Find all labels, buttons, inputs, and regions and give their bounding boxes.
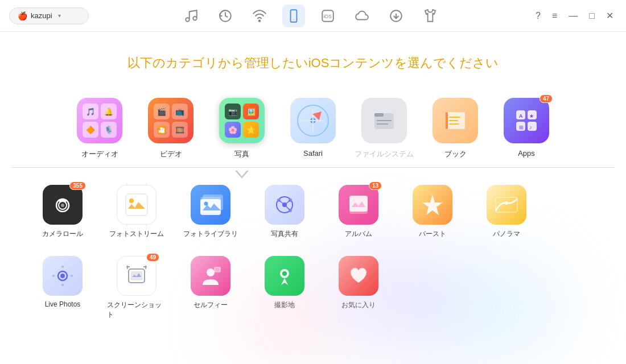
- svg-point-53: [52, 275, 55, 277]
- screenshot-icon: 49: [117, 256, 156, 296]
- sub-panorama[interactable]: パノラマ: [472, 179, 541, 245]
- nav-music[interactable]: [180, 5, 203, 27]
- svg-rect-2: [290, 10, 296, 22]
- main-content: 以下のカテゴリから管理したいiOSコンテンツを選んでください 🎵 🔔 🔶 🎙️ …: [0, 32, 626, 364]
- apps-label: Apps: [518, 149, 535, 158]
- location-label: 撮影地: [274, 300, 295, 310]
- svg-rect-27: [59, 199, 67, 202]
- svg-point-52: [61, 284, 64, 286]
- menu-button[interactable]: ≡: [549, 9, 561, 23]
- safari-label: Safari: [303, 149, 323, 158]
- svg-point-51: [61, 266, 64, 268]
- photo-icon-wrap: 📷 🖼️ 🌸 ⭐: [219, 98, 265, 143]
- svg-text:♪: ♪: [529, 125, 532, 130]
- camera-roll-label: カメラロール: [42, 229, 83, 239]
- close-button[interactable]: ✕: [603, 8, 617, 23]
- category-safari[interactable]: Safari: [278, 92, 349, 167]
- category-divider: [11, 167, 615, 168]
- books-label: ブック: [444, 149, 467, 159]
- page-title: 以下のカテゴリから管理したいiOSコンテンツを選んでください: [127, 55, 499, 72]
- location-icon: [265, 256, 304, 296]
- album-icon: 13: [339, 185, 378, 225]
- svg-rect-44: [349, 196, 368, 212]
- files-icon-wrap: [361, 98, 407, 143]
- burst-label: バースト: [419, 229, 446, 239]
- photo-label: 写真: [234, 149, 249, 159]
- svg-rect-15: [449, 120, 458, 121]
- category-books[interactable]: ブック: [420, 92, 491, 167]
- help-button[interactable]: ?: [532, 9, 544, 23]
- svg-point-34: [204, 202, 208, 206]
- nav-cloud[interactable]: [351, 5, 373, 27]
- svg-rect-11: [377, 123, 388, 125]
- files-label: ファイルシステム: [355, 149, 414, 159]
- svg-text:iOS: iOS: [323, 14, 332, 19]
- audio-icon-wrap: 🎵 🔔 🔶 🎙️: [77, 98, 122, 143]
- selfie-icon: [191, 256, 230, 296]
- sub-selfie[interactable]: セルフィー: [176, 250, 245, 325]
- svg-rect-33: [200, 199, 221, 215]
- nav-icons: iOS: [180, 5, 442, 27]
- chevron-down-icon: ▾: [58, 13, 61, 19]
- sub-camera-roll[interactable]: 355 カメラロール: [28, 179, 97, 245]
- screenshot-label: スクリーンショット: [107, 300, 166, 320]
- burst-icon: [413, 185, 452, 225]
- favorites-icon: [339, 256, 378, 296]
- sub-screenshot[interactable]: 49 スクリーンショット: [102, 250, 171, 325]
- photo-stream-icon: [117, 185, 156, 225]
- sub-live-photos[interactable]: Live Photos: [28, 250, 97, 325]
- minimize-button[interactable]: —: [565, 9, 581, 23]
- svg-text:A: A: [519, 113, 523, 119]
- device-name: kazupi: [31, 11, 52, 20]
- svg-line-41: [285, 200, 290, 205]
- selected-arrow: [235, 171, 249, 179]
- maximize-button[interactable]: □: [586, 9, 598, 23]
- sub-photo-library[interactable]: フォトライブラリ: [176, 179, 245, 245]
- device-selector[interactable]: 🍎 kazupi ▾: [9, 7, 89, 24]
- sub-album[interactable]: 13 アルバム: [324, 179, 393, 245]
- photo-library-label: フォトライブラリ: [183, 229, 238, 239]
- svg-marker-46: [422, 195, 443, 215]
- apple-icon: 🍎: [18, 11, 27, 20]
- titlebar: 🍎 kazupi ▾: [0, 0, 626, 32]
- album-badge: 13: [369, 181, 382, 190]
- category-photo[interactable]: 📷 🖼️ 🌸 ⭐ 写真: [207, 92, 278, 167]
- category-files[interactable]: ファイルシステム: [349, 92, 420, 167]
- live-photos-label: Live Photos: [45, 300, 81, 308]
- svg-point-54: [71, 275, 73, 277]
- nav-phone[interactable]: [282, 5, 305, 27]
- photo-library-icon: [191, 185, 230, 225]
- sub-burst[interactable]: バースト: [398, 179, 467, 245]
- live-photos-icon: [43, 256, 83, 296]
- panorama-icon: [487, 185, 526, 225]
- apps-icon-wrap: A ★ ⊞ ♪ 47: [504, 98, 549, 143]
- svg-point-61: [207, 268, 215, 276]
- svg-rect-13: [446, 112, 448, 129]
- album-label: アルバム: [345, 229, 372, 239]
- sub-items-grid: 355 カメラロール フォトストリーム: [28, 168, 598, 331]
- camera-roll-icon: 355: [43, 185, 83, 225]
- nav-wifi[interactable]: [248, 5, 271, 27]
- photo-sharing-label: 写真共有: [271, 229, 298, 239]
- video-icon-wrap: 🎬 📺 🎦 🎞️: [148, 98, 193, 143]
- books-icon-wrap: [433, 98, 478, 143]
- nav-ringtone[interactable]: [419, 5, 442, 27]
- sub-location[interactable]: 撮影地: [250, 250, 319, 325]
- photo-sharing-icon: [265, 185, 304, 225]
- svg-rect-14: [449, 117, 460, 118]
- sub-favorites[interactable]: お気に入り: [324, 250, 393, 325]
- svg-point-1: [258, 20, 260, 22]
- svg-text:⊞: ⊞: [519, 125, 524, 130]
- svg-point-65: [282, 271, 287, 276]
- camera-roll-badge: 355: [69, 181, 86, 190]
- nav-download[interactable]: [385, 5, 407, 27]
- category-apps[interactable]: A ★ ⊞ ♪ 47 Apps: [491, 92, 562, 167]
- nav-ios[interactable]: iOS: [316, 5, 339, 27]
- category-audio[interactable]: 🎵 🔔 🔶 🎙️ オーディオ: [64, 92, 135, 167]
- sub-photo-stream[interactable]: フォトストリーム: [102, 179, 171, 245]
- nav-history[interactable]: [214, 5, 237, 27]
- svg-point-50: [60, 274, 65, 278]
- svg-rect-10: [377, 120, 392, 121]
- category-video[interactable]: 🎬 📺 🎦 🎞️ ビデオ: [135, 92, 207, 167]
- sub-photo-sharing[interactable]: 写真共有: [250, 179, 319, 245]
